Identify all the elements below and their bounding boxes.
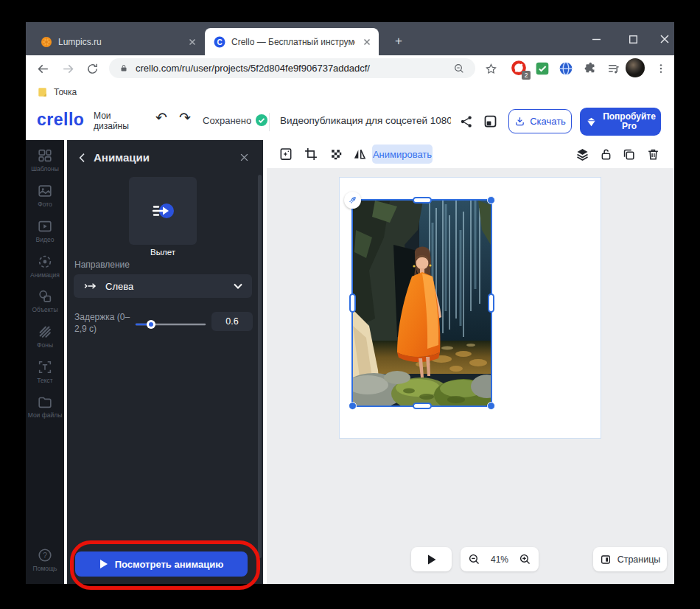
transparency-icon[interactable] xyxy=(327,145,345,163)
tab-crello[interactable]: C Crello — Бесплатный инструмен xyxy=(205,28,379,55)
lumpics-favicon xyxy=(41,36,52,48)
sidebar-item-text[interactable]: Текст xyxy=(26,359,64,384)
forward-icon[interactable] xyxy=(58,59,77,78)
sidebar-item-backgrounds[interactable]: Фоны xyxy=(26,324,64,349)
document-title[interactable]: Видеопубликация для соцсетей 1080x10... xyxy=(280,115,451,126)
duplicate-icon[interactable] xyxy=(620,145,637,163)
extensions-puzzle-icon[interactable] xyxy=(580,59,599,78)
download-icon xyxy=(514,116,525,127)
zoom-page-icon[interactable] xyxy=(453,63,465,74)
sidebar-item-video[interactable]: Видео xyxy=(26,218,64,243)
redo-button[interactable]: ↷ xyxy=(179,109,191,126)
new-tab-button[interactable]: + xyxy=(390,32,407,50)
resize-icon[interactable] xyxy=(483,114,498,129)
delete-icon[interactable] xyxy=(644,145,662,163)
svg-text:C: C xyxy=(217,38,222,46)
url-text: crello.com/ru/user/projects/5f2d804fe9f9… xyxy=(136,63,453,74)
sidebar-item-help[interactable]: ? Помощь xyxy=(26,547,64,572)
saved-status: Сохранено xyxy=(203,115,251,126)
minimize-button[interactable] xyxy=(588,31,604,47)
close-window-button[interactable] xyxy=(657,31,673,47)
header-divider xyxy=(269,113,270,131)
browser-window: Lumpics.ru C Crello — Бесплатный инструм… xyxy=(26,22,674,584)
delay-label: Задержка (0–2,9 с) xyxy=(74,311,130,335)
handle-top-right[interactable] xyxy=(487,196,495,204)
handle-top[interactable] xyxy=(413,197,432,203)
crop-icon[interactable] xyxy=(302,145,320,163)
sidebar-rail: Шаблоны Фото Видео Анимация Объекты Фоны xyxy=(26,140,64,584)
adjust-image-icon[interactable] xyxy=(277,145,295,163)
canvas-area[interactable]: 41% Страницы xyxy=(267,168,674,584)
back-icon[interactable] xyxy=(33,59,52,78)
reload-icon[interactable] xyxy=(83,59,102,78)
canvas-column: Анимировать xyxy=(263,140,674,584)
panel-title: Анимации xyxy=(94,151,150,164)
close-tab-icon[interactable] xyxy=(186,36,198,48)
animation-rocket-badge[interactable] xyxy=(344,192,361,209)
pages-button[interactable]: Страницы xyxy=(593,547,667,571)
bookmark-star-icon[interactable] xyxy=(481,59,500,78)
selected-image[interactable] xyxy=(353,201,491,406)
back-chevron-icon[interactable] xyxy=(77,152,88,164)
handle-right[interactable] xyxy=(488,293,494,313)
sidebar-item-objects[interactable]: Объекты xyxy=(26,288,64,313)
animate-button[interactable]: Анимировать xyxy=(372,145,433,164)
saved-check-icon xyxy=(256,114,267,126)
animation-panel: Анимации Вылет Направление Слева Задер xyxy=(67,140,263,584)
photo-woman-waterfall xyxy=(353,201,491,406)
crello-favicon: C xyxy=(214,36,225,48)
delay-value-box[interactable]: 0.6 xyxy=(211,312,253,331)
sidebar-item-animation[interactable]: Анимация xyxy=(26,254,64,279)
chrome-menu-icon[interactable] xyxy=(651,59,671,78)
zoom-in-icon[interactable] xyxy=(519,553,531,566)
zoom-out-icon[interactable] xyxy=(468,553,480,566)
direction-label: Направление xyxy=(74,260,130,270)
screenshot-root: { "browser": { "tab_inactive": "Lumpics.… xyxy=(0,0,700,609)
undo-button[interactable]: ↶ xyxy=(155,109,167,126)
handle-left[interactable] xyxy=(349,293,356,313)
maximize-button[interactable] xyxy=(625,31,641,47)
extension-globe-icon[interactable] xyxy=(556,59,575,78)
crello-logo[interactable]: crello xyxy=(37,110,84,130)
my-designs-link[interactable]: Моидизайны xyxy=(94,111,129,131)
sidebar-item-templates[interactable]: Шаблоны xyxy=(26,147,64,173)
lock-icon[interactable] xyxy=(597,145,615,163)
design-page[interactable] xyxy=(339,177,601,439)
extension-check-icon[interactable] xyxy=(533,59,552,78)
preview-animation-button[interactable]: Посмотреть анимацию xyxy=(75,551,248,577)
chevron-down-icon xyxy=(234,283,242,289)
zoom-level[interactable]: 41% xyxy=(491,554,508,565)
panel-scrollbar[interactable] xyxy=(258,175,262,558)
delay-slider[interactable] xyxy=(135,319,206,328)
play-preview-button[interactable] xyxy=(411,547,452,571)
animation-effect-tile[interactable] xyxy=(129,177,197,245)
extension-adblock-icon[interactable]: 2 xyxy=(509,59,528,78)
download-button[interactable]: Скачать xyxy=(508,109,572,133)
close-panel-icon[interactable] xyxy=(239,152,250,163)
app-body: Шаблоны Фото Видео Анимация Объекты Фоны xyxy=(26,140,674,584)
bookmark-folder-icon xyxy=(38,87,48,97)
play-icon xyxy=(427,554,436,565)
https-lock-icon xyxy=(119,63,128,73)
flip-icon[interactable] xyxy=(351,145,368,163)
handle-bottom[interactable] xyxy=(413,403,432,409)
tab-title: Crello — Бесплатный инструмен xyxy=(231,37,355,47)
tab-lumpics[interactable]: Lumpics.ru xyxy=(32,28,204,55)
direction-arrow-icon xyxy=(83,280,98,292)
sidebar-item-my-files[interactable]: Мои файлы xyxy=(26,394,64,419)
bookmark-item[interactable]: Точка xyxy=(54,87,77,97)
canvas-toolbar: Анимировать xyxy=(267,140,674,168)
layers-icon[interactable] xyxy=(573,145,591,163)
tab-title: Lumpics.ru xyxy=(58,37,181,47)
sidebar-item-photos[interactable]: Фото xyxy=(26,183,64,208)
share-icon[interactable] xyxy=(459,114,474,129)
close-tab-icon[interactable] xyxy=(361,36,373,48)
try-pro-button[interactable]: ПопробуйтеPro xyxy=(580,108,661,136)
address-bar[interactable]: crello.com/ru/user/projects/5f2d804fe9f9… xyxy=(109,58,475,78)
media-playlist-icon[interactable] xyxy=(603,59,623,78)
fly-in-icon xyxy=(149,197,177,225)
handle-bottom-left[interactable] xyxy=(349,402,357,410)
direction-dropdown[interactable]: Слева xyxy=(74,274,252,298)
profile-avatar[interactable] xyxy=(626,58,645,77)
handle-bottom-right[interactable] xyxy=(487,402,495,410)
